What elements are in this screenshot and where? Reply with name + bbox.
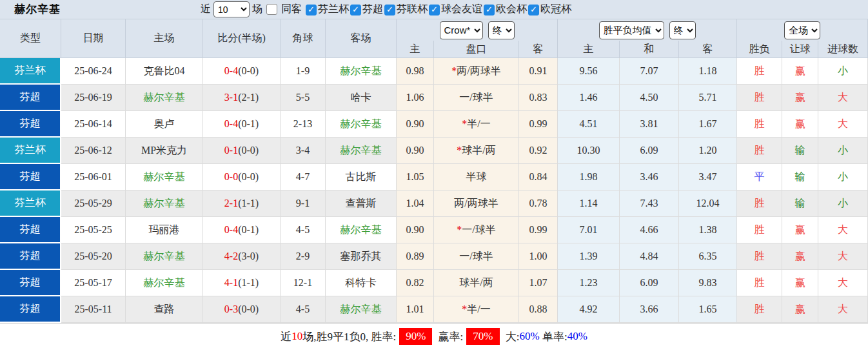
competition-checkbox-2[interactable] (350, 5, 361, 15)
euro-draw-odds-cell: 7.43 (620, 190, 679, 217)
competition-checkbox-1[interactable] (306, 5, 317, 15)
table-header: 类型 日期 主场 比分(半场) 角球 客场 Crow* 终 (0, 19, 868, 58)
half-time-score: (0-1) (238, 118, 259, 129)
handicap-text: 一/球半 (462, 224, 495, 235)
sub-header-asian-away: 客 (519, 41, 558, 58)
outcome-cell: 平 (737, 164, 782, 190)
score-cell: 2-1(1-1) (203, 190, 281, 217)
table-row: 芬超25-06-01赫尔辛基0-0(0-0)4-7古比斯1.05半球0.841.… (0, 164, 868, 190)
away-team-name: 科特卡 (346, 277, 377, 288)
home-team-name: 查路 (154, 304, 175, 314)
euro-home-odds-cell: 1.23 (558, 270, 620, 296)
euro-away-odds-cell: 1.65 (679, 296, 737, 323)
outcome-cell: 胜 (737, 85, 782, 111)
europe-provider-select[interactable]: 胜平负均值 (599, 21, 664, 39)
half-time-score: (0-0) (238, 304, 259, 314)
euro-away-odds-cell: 9.83 (679, 270, 737, 296)
date-cell: 25-06-24 (61, 58, 126, 85)
same-venue-checkbox[interactable] (266, 4, 277, 15)
asian-away-odds-cell: 0.78 (519, 190, 558, 217)
euro-draw-odds-cell: 3.46 (620, 164, 679, 190)
europe-stage-select[interactable]: 终 (669, 21, 696, 39)
sub-header-goals: 进球数 (818, 41, 868, 58)
half-time-score: (1-1) (238, 198, 259, 209)
sub-header-euro-home: 主 (558, 41, 620, 58)
competition-label-4: 球会友谊 (441, 3, 482, 14)
competition-checkbox-6[interactable] (528, 5, 539, 15)
summary-bar: 近10场,胜9平1负0, 胜率:90% 赢率:70% 大:60% 单率:40% (0, 323, 868, 349)
away-team-name: 塞那乔其 (340, 251, 382, 262)
handicap-text: 球半/两 (459, 277, 493, 288)
half-time-score: (1-1) (238, 277, 259, 288)
competition-checkbox-3[interactable] (384, 5, 395, 15)
home-team-name: 赫尔辛基 (144, 251, 185, 262)
half-time-score: (2-1) (238, 92, 259, 103)
home-team-name: 赫尔辛基 (144, 92, 185, 103)
sub-header-outcome: 胜负 (737, 41, 782, 58)
away-team-name: 哈卡 (351, 92, 371, 103)
goals-result-cell: 大 (818, 296, 868, 323)
league-type-cell: 芬超 (0, 243, 61, 270)
away-team-cell: 赫尔辛基 (326, 296, 397, 323)
asian-away-odds-cell: 0.88 (519, 296, 558, 323)
euro-home-odds-cell: 1.46 (558, 85, 620, 111)
sub-header-let-goal: 让球 (782, 41, 818, 58)
let-goal-result-cell: 赢 (782, 111, 818, 138)
full-time-score: 2-1 (224, 198, 238, 209)
table-body: 芬兰杯25-06-24克鲁比040-4(0-0)1-9赫尔辛基0.98*两/两球… (0, 58, 868, 323)
outcome-cell: 胜 (737, 296, 782, 323)
home-team-cell: 玛丽港 (126, 217, 203, 243)
home-team-name: 克鲁比04 (144, 65, 185, 76)
handicap-text: 一/球半 (459, 251, 493, 262)
goals-result-cell: 大 (818, 270, 868, 296)
euro-away-odds-cell: 5.71 (679, 85, 737, 111)
asian-home-odds-cell: 0.90 (397, 217, 434, 243)
asian-home-odds-cell: 0.89 (397, 243, 434, 270)
away-team-cell: 赫尔辛基 (326, 111, 397, 138)
euro-away-odds-cell: 1.38 (679, 217, 737, 243)
full-time-score: 4-2 (224, 251, 238, 262)
euro-draw-odds-cell: 4.66 (620, 217, 679, 243)
let-goal-result-cell: 赢 (782, 296, 818, 323)
half-time-score: (3-0) (238, 251, 259, 262)
competition-label-6: 欧冠杯 (540, 3, 571, 14)
col-header-score: 比分(半场) (203, 19, 281, 58)
date-cell: 25-06-19 (61, 85, 126, 111)
euro-away-odds-cell: 6.35 (679, 243, 737, 270)
odds-provider-select[interactable]: Crow* (440, 21, 483, 39)
euro-draw-odds-cell: 7.07 (620, 58, 679, 85)
asian-away-odds-cell: 0.99 (519, 217, 558, 243)
competition-checkbox-4[interactable] (429, 5, 440, 15)
let-goal-result-cell: 输 (782, 138, 818, 164)
summary-part-9: 单率: (540, 329, 567, 344)
score-cell: 3-1(2-1) (203, 85, 281, 111)
filters: 近 10 场 同客 芬兰杯芬超芬联杯球会友谊欧会杯欧冠杯 (198, 1, 571, 17)
away-team-cell: 科特卡 (326, 270, 397, 296)
handicap-cell: *球半/两 (434, 138, 519, 164)
home-team-cell: 奥卢 (126, 111, 203, 138)
date-cell: 25-05-20 (61, 243, 126, 270)
let-goal-result-cell: 赢 (782, 270, 818, 296)
asian-home-odds-cell: 0.98 (397, 58, 434, 85)
table-row: 芬超25-05-11查路0-3(0-0)4-5赫尔辛基1.01*半/一0.884… (0, 296, 868, 323)
match-history-table: 类型 日期 主场 比分(半场) 角球 客场 Crow* 终 (0, 19, 868, 323)
result-scope-select[interactable]: 全场 (784, 21, 820, 39)
competition-label-2: 芬超 (362, 3, 383, 14)
league-type-cell: 芬兰杯 (0, 58, 61, 85)
handicap-text: 两/两球半 (457, 65, 500, 76)
recent-count-select[interactable]: 10 (213, 1, 250, 17)
away-team-cell: 查普斯 (326, 190, 397, 217)
goals-result-cell: 大 (818, 217, 868, 243)
competition-checkbox-5[interactable] (484, 5, 495, 15)
col-header-type: 类型 (0, 19, 61, 58)
col-header-date: 日期 (61, 19, 126, 58)
euro-draw-odds-cell: 6.09 (620, 138, 679, 164)
full-time-score: 0-4 (224, 224, 238, 235)
handicap-cell: *半/一 (434, 296, 519, 323)
handicap-cell: 一/球半 (434, 243, 519, 270)
away-team-name: 赫尔辛基 (340, 65, 382, 76)
score-cell: 4-1(1-1) (203, 270, 281, 296)
score-cell: 0-3(0-0) (203, 296, 281, 323)
corners-cell: 4-5 (281, 296, 326, 323)
odds-stage-select[interactable]: 终 (488, 21, 515, 39)
